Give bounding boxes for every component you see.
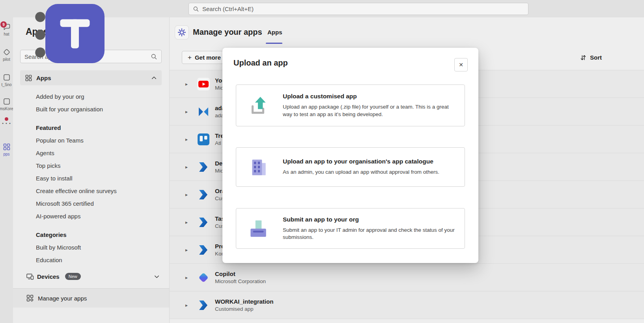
- upload-arrow-icon: [244, 94, 273, 117]
- card-description: Submit an app to your IT admin for appro…: [283, 227, 455, 241]
- card-title: Upload a customised app: [283, 93, 455, 100]
- upload-to-catalogue-card[interactable]: Upload an app to your organisation's app…: [236, 147, 465, 187]
- upload-custom-app-card[interactable]: Upload a customised app Upload an app pa…: [236, 85, 465, 126]
- close-icon: ✕: [459, 62, 463, 68]
- submit-inbox-icon: [244, 217, 273, 240]
- card-title: Upload an app to your organisation's app…: [283, 158, 455, 165]
- close-button[interactable]: ✕: [454, 58, 468, 71]
- dialog-title: Upload an app: [233, 58, 288, 68]
- submit-to-org-card[interactable]: Submit an app to your org Submit an app …: [236, 208, 465, 249]
- card-description: As an admin, you can upload an app witho…: [283, 169, 455, 176]
- card-description: Upload an app package (.zip file) for yo…: [283, 103, 455, 118]
- card-title: Submit an app to your org: [283, 216, 455, 223]
- building-icon: [244, 156, 273, 178]
- upload-app-dialog: Upload an app ✕ Upload a customised app …: [222, 48, 478, 263]
